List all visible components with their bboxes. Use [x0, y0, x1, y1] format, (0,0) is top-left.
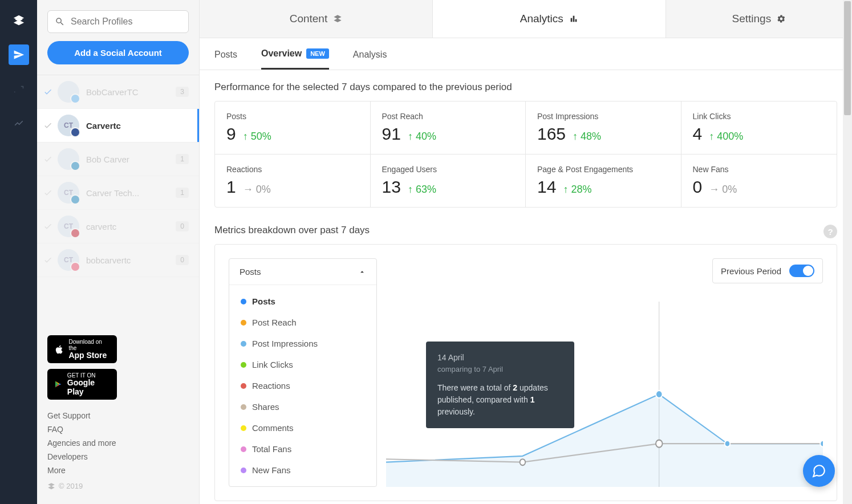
footer-link[interactable]: Developers: [47, 452, 189, 461]
footer-link[interactable]: Get Support: [47, 411, 189, 420]
color-dot-icon: [241, 468, 246, 473]
profile-item[interactable]: CT Carvertc: [37, 109, 199, 143]
avatar: CT: [58, 216, 79, 237]
metric-card[interactable]: Link Clicks 4 ↑ 400%: [681, 101, 837, 155]
profile-item[interactable]: CT Carver Tech... 1: [37, 176, 199, 210]
toggle-switch[interactable]: [789, 265, 814, 277]
linkedin-icon: [70, 161, 80, 171]
metric-card[interactable]: Reactions 1 → 0%: [215, 155, 371, 207]
profile-item[interactable]: CT bobcarvertc 0: [37, 243, 199, 277]
color-dot-icon: [241, 341, 246, 347]
dropdown-option[interactable]: Posts: [234, 291, 372, 312]
footer-link[interactable]: More: [47, 466, 189, 475]
profile-name: carvertc: [86, 222, 176, 231]
search-icon: [55, 17, 65, 27]
metric-value: 91: [382, 124, 401, 144]
google-play-badge[interactable]: GET IT ONGoogle Play: [47, 369, 117, 400]
color-dot-icon: [241, 383, 246, 389]
profile-count: 3: [176, 87, 189, 97]
dropdown-option[interactable]: Reactions: [234, 375, 372, 396]
instagram-icon: [70, 262, 80, 272]
metric-card[interactable]: New Fans 0 → 0%: [681, 155, 837, 207]
scrollbar[interactable]: [843, 0, 852, 504]
stack-icon: [333, 14, 342, 23]
metric-dropdown[interactable]: Posts PostsPost ReachPost ImpressionsLin…: [229, 258, 377, 487]
bars-icon: [569, 14, 578, 23]
metric-card[interactable]: Post Reach 91 ↑ 40%: [371, 101, 526, 155]
app-store-badge[interactable]: Download on theApp Store: [47, 335, 117, 363]
svg-rect-1: [573, 16, 574, 22]
dropdown-option[interactable]: Comments: [234, 417, 372, 438]
avatar: CT: [58, 182, 79, 204]
dropdown-option[interactable]: New Fans: [234, 460, 372, 481]
dropdown-option[interactable]: Total Fans: [234, 438, 372, 460]
profile-item[interactable]: Bob Carver 1: [37, 143, 199, 176]
chat-icon: [812, 464, 826, 478]
search-profiles-box[interactable]: [47, 10, 189, 33]
metric-card[interactable]: Engaged Users 13 ↑ 63%: [371, 155, 526, 207]
profile-item[interactable]: CT carvertc 0: [37, 210, 199, 243]
pinterest-icon: [70, 228, 80, 238]
new-badge: NEW: [306, 48, 329, 59]
performance-title: Performance for the selected 7 days comp…: [214, 82, 837, 93]
subtab-posts[interactable]: Posts: [214, 48, 237, 70]
metric-card[interactable]: Page & Post Engagements 14 ↑ 28%: [526, 155, 681, 207]
reply-icon[interactable]: [9, 79, 29, 99]
metric-change: ↑ 400%: [709, 131, 743, 143]
metric-label: Post Impressions: [537, 112, 670, 121]
dropdown-option[interactable]: Link Clicks: [234, 354, 372, 375]
previous-period-toggle[interactable]: Previous Period: [712, 258, 823, 283]
profile-count: 1: [176, 188, 189, 198]
add-social-account-button[interactable]: Add a Social Account: [47, 41, 189, 64]
check-icon: [42, 188, 54, 197]
metric-change: ↑ 48%: [573, 131, 601, 143]
color-dot-icon: [241, 425, 246, 431]
profile-count: 0: [176, 221, 189, 231]
avatar: [58, 81, 79, 103]
metric-card[interactable]: Posts 9 ↑ 50%: [215, 101, 371, 155]
help-icon[interactable]: ?: [823, 225, 837, 238]
apple-icon: [54, 344, 64, 355]
svg-point-7: [656, 440, 662, 448]
svg-point-5: [725, 441, 731, 447]
metric-change: → 0%: [709, 184, 737, 196]
subtab-overview[interactable]: Overview NEW: [261, 48, 329, 70]
top-tabs: Content Analytics Settings: [200, 0, 852, 38]
footer-link[interactable]: FAQ: [47, 425, 189, 434]
dropdown-option[interactable]: Post Impressions: [234, 333, 372, 354]
metric-label: New Fans: [693, 165, 826, 174]
search-input[interactable]: [71, 17, 181, 27]
chevron-up-icon: [358, 268, 366, 276]
main-panel: Content Analytics Settings Posts Overvie…: [200, 0, 852, 504]
check-icon: [42, 255, 54, 265]
svg-point-6: [820, 441, 823, 447]
color-dot-icon: [241, 320, 246, 326]
linkedin-icon: [70, 194, 80, 205]
check-icon: [42, 222, 54, 231]
chat-help-button[interactable]: [803, 455, 835, 487]
tab-content[interactable]: Content: [200, 0, 433, 38]
publish-icon[interactable]: [9, 44, 29, 65]
profile-item[interactable]: BobCarverTC 3: [37, 75, 199, 109]
metric-label: Post Reach: [382, 112, 514, 121]
dropdown-option[interactable]: Post Reach: [234, 312, 372, 333]
analyze-icon[interactable]: [9, 113, 29, 133]
footer-link[interactable]: Agencies and more: [47, 438, 189, 448]
profile-name: Bob Carver: [86, 155, 176, 164]
facebook-icon: [70, 127, 80, 137]
metric-card[interactable]: Post Impressions 165 ↑ 48%: [526, 101, 681, 155]
profile-name: Carvertc: [86, 121, 189, 131]
content-area[interactable]: Performance for the selected 7 days comp…: [200, 70, 852, 504]
twitter-icon: [70, 94, 80, 104]
dropdown-option[interactable]: Shares: [234, 396, 372, 417]
tab-settings[interactable]: Settings: [666, 0, 852, 38]
dropdown-list: PostsPost ReachPost ImpressionsLink Clic…: [229, 284, 376, 486]
metric-label: Page & Post Engagements: [537, 165, 670, 174]
buffer-logo-icon[interactable]: [9, 10, 29, 31]
dropdown-head[interactable]: Posts: [229, 259, 376, 284]
subtab-analysis[interactable]: Analysis: [353, 48, 387, 70]
metric-value: 165: [537, 124, 566, 144]
tab-analytics[interactable]: Analytics: [433, 0, 666, 38]
color-dot-icon: [241, 299, 246, 304]
profile-count: 1: [176, 154, 189, 164]
